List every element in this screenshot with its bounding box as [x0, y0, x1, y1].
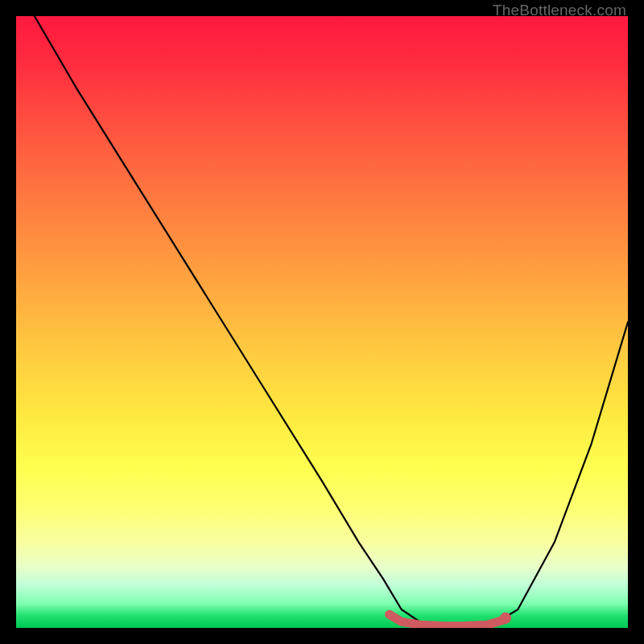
- highlight-end-dot: [500, 613, 511, 624]
- plot-area: [16, 16, 628, 628]
- chart-svg: [16, 16, 628, 628]
- bottleneck-curve-line: [35, 16, 628, 628]
- optimal-range-highlight: [390, 614, 506, 625]
- chart-container: TheBottleneck.com: [0, 0, 644, 644]
